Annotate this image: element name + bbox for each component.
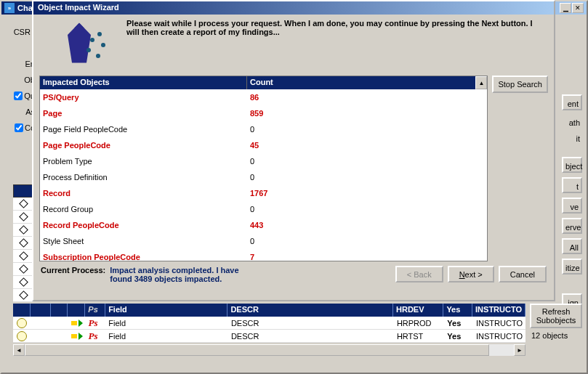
table-row[interactable]: Subscription PeopleCode7	[40, 249, 487, 261]
impacted-object-count: 443	[247, 219, 487, 231]
table-row[interactable]: Record PeopleCode443	[40, 217, 487, 233]
co-checkbox[interactable]	[15, 123, 23, 132]
grid-header-clock	[13, 304, 31, 317]
env-cell: HRPROD	[394, 318, 444, 328]
table-body: PS/Query86Page859Page Field PeopleCode0P…	[40, 89, 487, 261]
wizard-footer: Current Process: Impact analysis complet…	[33, 261, 554, 288]
impacted-object-name: Page Field PeopleCode	[40, 123, 247, 135]
grid-row[interactable]: PsFieldDESCRHRPRODYesINSTRUCTO	[13, 317, 525, 330]
right-partial-panel: ent ath it bject t ve erve All itize ign	[562, 89, 582, 314]
grid-header-descr: DESCR	[227, 304, 393, 317]
table-row[interactable]: PS/Query86	[40, 89, 487, 105]
scroll-up-icon[interactable]: ▲	[475, 76, 487, 89]
all-button[interactable]: All	[562, 238, 582, 254]
impacted-object-count: 0	[247, 171, 487, 183]
t-button[interactable]: t	[562, 177, 582, 193]
next-button[interactable]: Next >	[448, 266, 494, 282]
window-buttons: ▁ ✕	[560, 3, 584, 13]
stop-search-button[interactable]: Stop Search	[492, 76, 548, 93]
diamond-icon	[19, 199, 28, 208]
scroll-track[interactable]	[25, 344, 514, 356]
minimize-button[interactable]: ▁	[560, 3, 571, 13]
impacted-object-name: Record Group	[40, 203, 247, 215]
col-impacted-header: Impacted Objects	[40, 76, 247, 89]
refresh-panel: Refresh Subobjects 12 objects	[530, 304, 582, 343]
arrow-cell	[68, 331, 86, 341]
grid-header-yes: Yes	[443, 304, 472, 317]
ath-label: ath	[562, 115, 582, 126]
grid-header-env: HRDEV	[393, 304, 443, 317]
diamond-icon	[19, 212, 28, 221]
close-button[interactable]: ✕	[572, 3, 584, 13]
refresh-subobjects-button[interactable]: Refresh Subobjects	[530, 304, 582, 328]
grid-header-c4	[68, 304, 85, 317]
diamond-icon	[19, 290, 28, 300]
wizard-illustration	[39, 17, 119, 68]
instr-cell: INSTRUCTO	[473, 331, 525, 341]
qu-checkbox[interactable]	[14, 92, 23, 100]
bg-title: Cha	[17, 4, 33, 12]
horizontal-scrollbar[interactable]: ◄ ►	[13, 344, 525, 356]
bject-button[interactable]: bject	[562, 157, 582, 173]
table-row[interactable]: Problem Type0	[40, 153, 487, 169]
table-row[interactable]: Process Definition0	[40, 169, 487, 185]
impacted-object-name: PS/Query	[40, 92, 247, 103]
clock-row	[13, 250, 33, 263]
arrow-icon	[71, 332, 83, 341]
en-label: En	[6, 60, 35, 68]
table-row[interactable]: Page Field PeopleCode0	[40, 121, 487, 137]
clock-row	[13, 198, 33, 211]
grid-row[interactable]: PsFieldDESCRHRTSTYesINSTRUCTO	[13, 330, 525, 343]
impacted-object-count: 7	[247, 251, 487, 261]
as-label: As	[6, 107, 35, 116]
descr-cell: DESCR	[228, 331, 394, 341]
csr-label: CSR I	[6, 28, 35, 36]
grid-header-instr: INSTRUCTO	[472, 304, 525, 317]
impacted-object-name: Problem Type	[40, 155, 247, 167]
ob-label: Ob	[6, 76, 35, 84]
clock-row	[13, 263, 33, 276]
grid-header-ps: Ps	[85, 304, 105, 317]
bottom-grid: Ps Field DESCR HRDEV Yes INSTRUCTO PsFie…	[13, 304, 525, 357]
yes-cell: Yes	[444, 318, 473, 328]
scroll-thumb[interactable]	[25, 344, 489, 356]
c2-cell	[31, 322, 51, 324]
left-partial-panel: CSR I En Ob Qu As Co	[6, 23, 35, 139]
ps-cell: Ps	[86, 330, 106, 343]
left-clock-column	[13, 184, 33, 302]
ent-button[interactable]: ent	[562, 94, 582, 110]
impacted-object-name: Process Definition	[40, 171, 247, 183]
clock-icon	[17, 318, 27, 328]
itize-button[interactable]: itize	[562, 259, 582, 275]
table-row[interactable]: Page859	[40, 105, 487, 121]
ps-cell: Ps	[86, 317, 106, 330]
env-cell: HRTST	[394, 331, 444, 341]
impacted-object-name: Subscription PeopleCode	[40, 251, 247, 261]
impacted-object-count: 0	[247, 235, 487, 247]
impacted-object-name: Style Sheet	[40, 235, 247, 247]
current-process-label: Current Process:	[41, 266, 105, 275]
col-count-header: Count ▲	[247, 76, 487, 89]
swirl-icon	[76, 32, 112, 61]
arrow-icon	[71, 319, 83, 328]
wizard-title: Object Impact Wizard	[38, 3, 119, 12]
erve-button[interactable]: erve	[562, 218, 582, 234]
table-row[interactable]: Style Sheet0	[40, 233, 487, 249]
type-cell: Field	[105, 331, 228, 341]
qu-checkbox-row: Qu	[6, 92, 35, 100]
yes-cell: Yes	[444, 331, 473, 341]
arrow-cell	[68, 318, 86, 328]
clock-cell	[13, 317, 31, 329]
type-cell: Field	[105, 318, 228, 328]
table-row[interactable]: Record1767	[40, 185, 487, 201]
scroll-left-icon[interactable]: ◄	[13, 344, 25, 356]
cancel-button[interactable]: Cancel	[499, 266, 547, 282]
back-button: < Back	[395, 266, 443, 282]
impacted-object-name: Record	[40, 187, 247, 199]
clock-row	[13, 224, 33, 237]
table-row[interactable]: Record Group0	[40, 201, 487, 217]
table-row[interactable]: Page PeopleCode45	[40, 137, 487, 153]
ve-button[interactable]: ve	[562, 198, 582, 214]
diamond-icon	[19, 277, 28, 287]
scroll-right-icon[interactable]: ►	[514, 344, 525, 356]
